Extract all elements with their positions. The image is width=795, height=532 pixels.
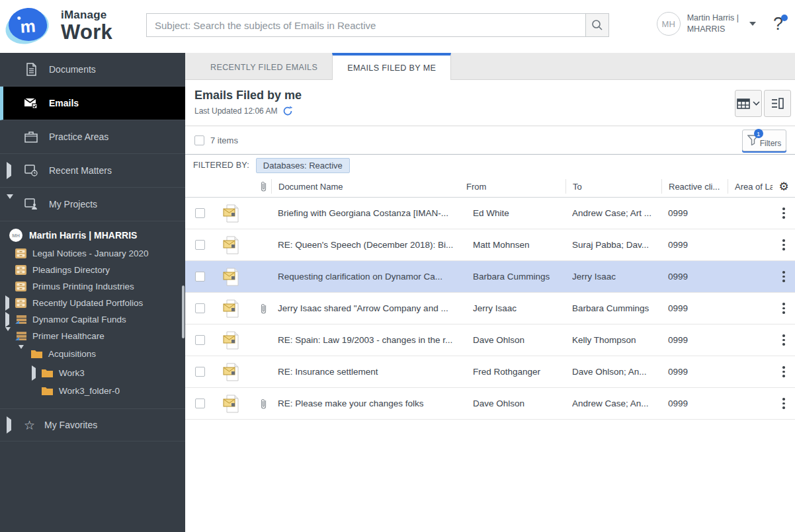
sidebar-item-label: My Favorites <box>44 420 97 430</box>
avatar: MH <box>9 229 22 242</box>
row-checkbox[interactable] <box>195 240 205 250</box>
sidebar-scrollbar[interactable] <box>182 285 185 338</box>
table-header: Document Name From To Reactive cli... Ar… <box>185 176 795 198</box>
expand-arrow-icon[interactable] <box>5 298 9 308</box>
sidebar-item-label: My Projects <box>49 199 97 209</box>
row-checkbox[interactable] <box>195 303 205 313</box>
chevron-down-icon <box>753 101 760 106</box>
panel-view-icon <box>771 98 784 109</box>
tree-item-folder[interactable]: Work3_folder-0 <box>0 383 185 399</box>
brand-imanage: iManage <box>61 9 112 20</box>
email-document-icon <box>223 235 240 255</box>
search-button[interactable] <box>585 13 609 37</box>
expand-arrow-icon[interactable] <box>32 368 36 378</box>
tab-strip: RECENTLY FILED EMAILS EMAILS FILED BY ME <box>185 53 795 80</box>
sidebar-item-recent-matters[interactable]: Recent Matters <box>0 154 185 188</box>
detail-panel-view-button[interactable] <box>764 90 791 117</box>
expand-arrow-icon[interactable] <box>5 315 9 324</box>
document-icon <box>24 63 38 76</box>
table-row[interactable]: Briefing with Georgiana Costanza [IMAN-.… <box>185 198 795 229</box>
tree-item-folder[interactable]: Work3 <box>0 363 185 383</box>
collapse-arrow-icon[interactable] <box>7 199 13 209</box>
chevron-down-icon[interactable] <box>749 22 756 26</box>
paperclip-icon <box>260 303 267 315</box>
top-header: m iManage Work MH Martin Harris | MHARRI… <box>0 0 795 53</box>
row-checkbox[interactable] <box>195 335 205 345</box>
row-menu-kebab-icon[interactable] <box>780 205 788 221</box>
app-logo: m iManage Work <box>5 5 112 46</box>
table-row[interactable]: RE: Queen's Speech (December 2018): Bi..… <box>185 229 795 261</box>
table-row[interactable]: RE: Insurance settlement Fred Rothganger… <box>185 356 795 388</box>
filters-button[interactable]: 1 Filters <box>742 130 786 151</box>
user-name: Martin Harris | MHARRIS <box>687 13 739 35</box>
row-checkbox[interactable] <box>195 208 205 218</box>
drawer-icon <box>15 264 27 276</box>
tree-item-workspace[interactable]: Dynamor Capital Funds <box>0 311 185 328</box>
row-menu-kebab-icon[interactable] <box>780 237 788 253</box>
collapse-arrow-icon[interactable] <box>5 331 11 341</box>
page-title: Emails Filed by me <box>194 89 795 102</box>
filter-chip-databases[interactable]: Databases: Reactive <box>256 158 350 173</box>
column-settings-gear-icon[interactable]: ⚙ <box>778 180 788 194</box>
sidebar-item-documents[interactable]: Documents <box>0 53 185 87</box>
tree-item-workspace[interactable]: Primer Healthcare <box>0 328 185 344</box>
user-avatar: MH <box>657 12 681 36</box>
sidebar-item-practice-areas[interactable]: Practice Areas <box>0 120 185 154</box>
table-view-icon <box>737 98 750 109</box>
refresh-icon[interactable] <box>282 106 293 116</box>
tree-item-drawer[interactable]: Recently Updated Portfolios <box>0 295 185 311</box>
tree-item-drawer[interactable]: Pleadings Directory <box>0 262 185 278</box>
column-header-reactive-client[interactable]: Reactive cli... <box>661 179 728 194</box>
help-button[interactable]: ? <box>773 14 783 34</box>
table-row[interactable]: RE: Spain: Law 19/2003 - changes in the … <box>185 324 795 356</box>
sidebar-item-label: Emails <box>49 98 79 108</box>
email-document-icon <box>223 299 240 319</box>
tree-item-folder[interactable]: Acquisitions <box>0 344 185 363</box>
row-menu-kebab-icon[interactable] <box>780 300 788 317</box>
tab-emails-filed-by-me[interactable]: EMAILS FILED BY ME <box>332 53 451 80</box>
select-all-checkbox[interactable] <box>194 135 204 145</box>
empty-area <box>185 420 795 532</box>
drawer-icon <box>15 281 27 292</box>
tree-item-drawer[interactable]: Legal Notices - January 2020 <box>0 245 185 262</box>
table-view-button[interactable] <box>735 90 762 117</box>
row-checkbox[interactable] <box>195 399 205 408</box>
expand-arrow-icon[interactable] <box>7 165 11 176</box>
row-menu-kebab-icon[interactable] <box>780 363 788 380</box>
email-document-icon <box>223 362 240 382</box>
sidebar-item-my-projects[interactable]: My Projects <box>0 188 185 221</box>
folder-icon <box>41 386 54 396</box>
tree-item-user[interactable]: MH Martin Harris | MHARRIS <box>0 225 185 245</box>
imanage-logo-icon: m <box>5 5 52 46</box>
row-checkbox[interactable] <box>195 367 205 377</box>
tab-recently-filed-emails[interactable]: RECENTLY FILED EMAILS <box>196 53 332 79</box>
email-document-icon <box>223 394 240 414</box>
row-checkbox[interactable] <box>195 272 205 282</box>
items-count: 7 items <box>210 135 238 145</box>
column-header-from[interactable]: From <box>466 182 565 192</box>
user-menu[interactable]: MH Martin Harris | MHARRIS ? <box>657 12 783 36</box>
table-row[interactable]: RE: Please make your changes folks Dave … <box>185 388 795 420</box>
column-header-to[interactable]: To <box>565 179 661 194</box>
tree-item-drawer[interactable]: Primus Printing Industries <box>0 278 185 295</box>
expand-arrow-icon[interactable] <box>7 420 11 430</box>
sidebar-item-my-favorites[interactable]: ☆ My Favorites <box>0 408 185 441</box>
projects-tree: MH Martin Harris | MHARRIS Legal Notices… <box>0 221 185 399</box>
row-menu-kebab-icon[interactable] <box>780 395 788 412</box>
email-document-icon <box>223 204 240 223</box>
search-bar <box>146 13 609 37</box>
filtered-by-label: FILTERED BY: <box>193 161 249 170</box>
sidebar-item-emails[interactable]: Emails <box>0 87 185 120</box>
list-toolbar: 7 items 1 Filters <box>185 126 795 154</box>
search-input[interactable] <box>146 13 585 37</box>
column-header-area-of-law[interactable]: Area of La <box>728 179 773 194</box>
collapse-arrow-icon[interactable] <box>19 349 24 359</box>
brand-work: Work <box>61 22 112 42</box>
table-row[interactable]: Jerry Isaac shared "Arrow Company and ..… <box>185 293 795 324</box>
email-document-icon <box>223 330 240 350</box>
row-menu-kebab-icon[interactable] <box>780 268 788 285</box>
main-content: RECENTLY FILED EMAILS EMAILS FILED BY ME… <box>185 53 795 532</box>
column-header-document-name[interactable]: Document Name <box>271 179 466 194</box>
row-menu-kebab-icon[interactable] <box>780 332 788 348</box>
table-row-selected[interactable]: Requesting clarification on Dynamor Ca..… <box>185 261 795 293</box>
